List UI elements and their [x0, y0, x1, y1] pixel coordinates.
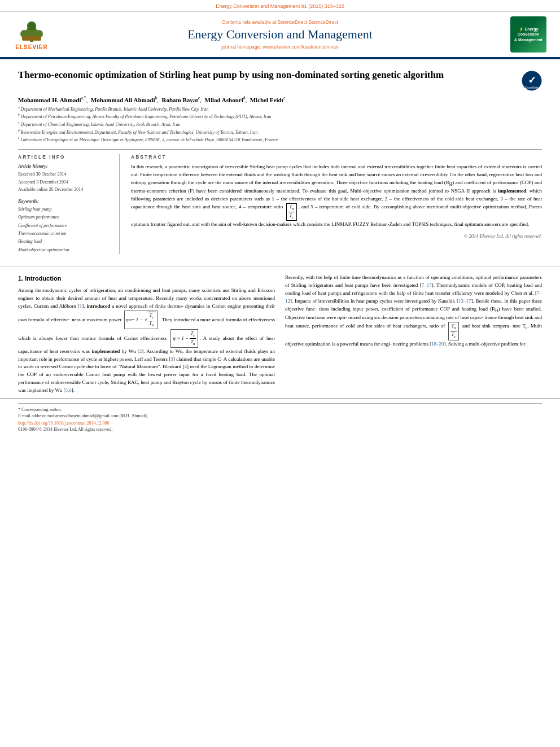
right-logo-text: ⚡ EnergyConversion& Management — [512, 24, 545, 44]
body-content: 1. Introduction Among thermodynamic cycl… — [0, 274, 560, 398]
journal-header: ELSEVIER Contents lists available at Sci… — [0, 12, 560, 58]
author-5: Michel Feidt — [250, 97, 284, 103]
keyword-6: Multi-objective optimization — [18, 246, 112, 254]
article-info-header: ARTICLE INFO — [18, 154, 112, 160]
journal-logo-box: ⚡ EnergyConversion& Management — [510, 16, 546, 53]
sciencedirect-line: Contents lists available at ScienceDirec… — [65, 19, 495, 25]
mid-divider — [18, 149, 542, 150]
abstract-text: In this research, a parametric investiga… — [131, 163, 542, 229]
author-3: Roham Bayat — [161, 97, 198, 103]
article-info-col: ARTICLE INFO Article history: Received 3… — [18, 154, 120, 254]
elsevier-logo: ELSEVIER — [15, 19, 47, 50]
keyword-3: Coefficient of performance — [18, 222, 112, 230]
doi-text: http://dx.doi.org/10.1016/j.enconman.201… — [18, 421, 109, 426]
affil-d: d Renewable Energies and Environmental D… — [18, 129, 542, 136]
keywords-title: Keywords: — [18, 198, 112, 204]
journal-reference: Energy Conversion and Management 91 (201… — [216, 3, 344, 9]
author-2: Mohammad Ali Ahmadi — [91, 97, 155, 103]
received-date: Received 30 October 2014 — [18, 171, 112, 178]
body-para-right-1: Recently, with the help of finite time t… — [285, 274, 542, 348]
journal-center: Contents lists available at ScienceDirec… — [54, 19, 506, 50]
article-title-section: Thermo-economic optimization of Stirling… — [18, 68, 542, 91]
body-left-col: 1. Introduction Among thermodynamic cycl… — [18, 274, 275, 398]
affil-a: a Department of Mechanical Engineering, … — [18, 106, 542, 113]
affil-e: e Laboratoire d'Energétique et de Mécani… — [18, 136, 542, 143]
svg-text:CrossMark: CrossMark — [525, 86, 539, 89]
body-divider — [0, 267, 560, 267]
svg-rect-5 — [22, 36, 41, 41]
article-history-title: Article history: — [18, 163, 112, 169]
keywords-list: Stirling heat pump Optimum performance C… — [18, 206, 112, 254]
article-title: Thermo-economic optimization of Stirling… — [18, 68, 513, 82]
intro-heading: 1. Introduction — [18, 274, 275, 283]
article-dates: Received 30 October 2014 Accepted 3 Dece… — [18, 171, 112, 194]
crossmark-icon: ✓ CrossMark — [522, 71, 542, 91]
elsevier-logo-section: ELSEVIER — [9, 19, 54, 50]
body-right-col: Recently, with the help of finite time t… — [285, 274, 542, 398]
accepted-date: Accepted 3 December 2014 — [18, 178, 112, 186]
abstract-col: ABSTRACT In this research, a parametric … — [131, 154, 542, 254]
doi-line[interactable]: http://dx.doi.org/10.1016/j.enconman.201… — [18, 421, 542, 426]
homepage-text: journal homepage: www.elsevier.com/locat… — [221, 44, 338, 50]
article-main: Thermo-economic optimization of Stirling… — [0, 59, 560, 260]
footnote-section: * Corresponding author. E-mail address: … — [0, 398, 560, 435]
copyright-line: © 2014 Elsevier Ltd. All rights reserved… — [131, 233, 542, 239]
crossmark-logo: ✓ CrossMark — [522, 71, 542, 91]
article-columns: ARTICLE INFO Article history: Received 3… — [18, 154, 542, 254]
corresponding-author-note: * Corresponding author. — [18, 407, 542, 412]
issn-line: 0196-8904/© 2014 Elsevier Ltd. All right… — [18, 427, 542, 432]
sciencedirect-link[interactable]: ScienceDirect — [309, 19, 338, 25]
journal-title: Energy Conversion and Management — [65, 27, 495, 42]
affil-c: c Department of Chemical Engineering, Is… — [18, 121, 542, 128]
authors-line: Mohammad H. Ahmadia,*, Mohammad Ali Ahma… — [18, 95, 542, 103]
body-para-1: Among thermodynamic cycles of refrigerat… — [18, 287, 275, 395]
svg-text:✓: ✓ — [528, 75, 536, 86]
journal-homepage: journal homepage: www.elsevier.com/locat… — [65, 44, 495, 50]
top-bar: Energy Conversion and Management 91 (201… — [0, 0, 560, 12]
email-note: E-mail address: mohammadhosein.ahmadi@gm… — [18, 413, 542, 418]
elsevier-tree-icon — [16, 19, 47, 43]
affiliations: a Department of Mechanical Engineering, … — [18, 106, 542, 143]
keyword-4: Thermoeconomic criterion — [18, 230, 112, 238]
keyword-2: Optimum performance — [18, 213, 112, 221]
svg-point-4 — [27, 21, 36, 30]
elsevier-text: ELSEVIER — [15, 44, 47, 50]
author-1: Mohammad H. Ahmadi — [18, 97, 81, 103]
author-4: Milad Ashouri — [205, 97, 243, 103]
right-logo-section: ⚡ EnergyConversion& Management — [506, 16, 551, 53]
available-date: Available online 26 December 2014 — [18, 186, 112, 194]
contents-text: Contents lists available at ScienceDirec… — [222, 19, 307, 25]
keyword-5: Heating load — [18, 238, 112, 246]
keyword-1: Stirling heat pump — [18, 206, 112, 213]
abstract-header: ABSTRACT — [131, 154, 542, 160]
affil-b: b Department of Petroleum Engineering, A… — [18, 113, 542, 120]
footnote-divider — [18, 403, 542, 404]
